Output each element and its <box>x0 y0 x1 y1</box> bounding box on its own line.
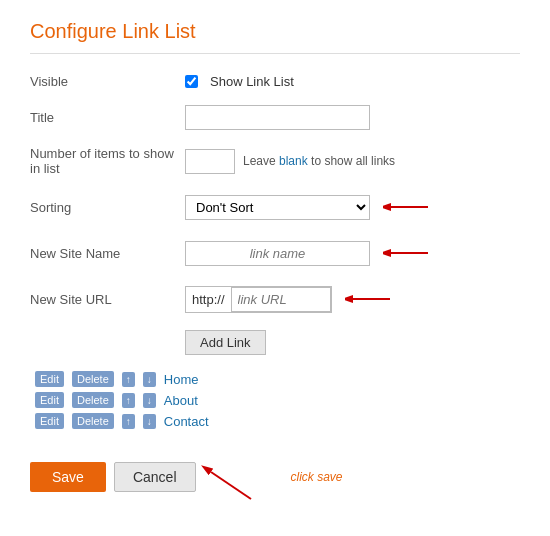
new-site-url-control: http:// <box>185 284 520 314</box>
add-link-button[interactable]: Add Link <box>185 330 266 355</box>
title-input[interactable] <box>185 105 370 130</box>
leave-blank-text: Leave blank to show all links <box>243 154 395 168</box>
show-link-list-label: Show Link List <box>210 74 294 89</box>
new-site-name-row: New Site Name <box>30 238 520 268</box>
list-item: Edit Delete ↑ ↓ About <box>35 392 520 408</box>
sort-arrow-annotation <box>383 192 433 222</box>
down-home-button[interactable]: ↓ <box>143 372 156 387</box>
visible-label: Visible <box>30 74 185 89</box>
svg-line-7 <box>211 472 251 499</box>
site-url-arrow-annotation <box>345 284 395 314</box>
num-items-row: Number of items to show in list Leave bl… <box>30 146 520 176</box>
contact-link[interactable]: Contact <box>164 414 209 429</box>
list-item: Edit Delete ↑ ↓ Contact <box>35 413 520 429</box>
num-items-label: Number of items to show in list <box>30 146 185 176</box>
about-link[interactable]: About <box>164 393 198 408</box>
up-contact-button[interactable]: ↑ <box>122 414 135 429</box>
click-save-annotation: click save <box>291 470 343 484</box>
sorting-select[interactable]: Don't Sort A-Z Z-A <box>185 195 370 220</box>
link-list: Edit Delete ↑ ↓ Home Edit Delete ↑ ↓ Abo… <box>35 371 520 429</box>
title-label: Title <box>30 110 185 125</box>
up-about-button[interactable]: ↑ <box>122 393 135 408</box>
visible-control: Show Link List <box>185 74 520 89</box>
edit-about-button[interactable]: Edit <box>35 392 64 408</box>
url-combined-field: http:// <box>185 286 332 313</box>
show-link-list-checkbox[interactable] <box>185 75 198 88</box>
new-site-name-input[interactable] <box>185 241 370 266</box>
delete-contact-button[interactable]: Delete <box>72 413 114 429</box>
num-items-control: Leave blank to show all links <box>185 149 520 174</box>
new-site-name-label: New Site Name <box>30 246 185 261</box>
edit-home-button[interactable]: Edit <box>35 371 64 387</box>
bottom-section: Save Cancel click save <box>30 449 520 504</box>
sorting-label: Sorting <box>30 200 185 215</box>
url-prefix: http:// <box>186 288 231 311</box>
title-control <box>185 105 520 130</box>
delete-home-button[interactable]: Delete <box>72 371 114 387</box>
down-contact-button[interactable]: ↓ <box>143 414 156 429</box>
new-site-url-row: New Site URL http:// <box>30 284 520 314</box>
save-button[interactable]: Save <box>30 462 106 492</box>
save-arrow-annotation <box>201 464 261 504</box>
list-item: Edit Delete ↑ ↓ Home <box>35 371 520 387</box>
page-title: Configure Link List <box>30 20 520 54</box>
sorting-control: Don't Sort A-Z Z-A <box>185 192 520 222</box>
home-link[interactable]: Home <box>164 372 199 387</box>
num-items-input[interactable] <box>185 149 235 174</box>
cancel-button[interactable]: Cancel <box>114 462 196 492</box>
visible-row: Visible Show Link List <box>30 74 520 89</box>
up-home-button[interactable]: ↑ <box>122 372 135 387</box>
new-site-url-label: New Site URL <box>30 292 185 307</box>
down-about-button[interactable]: ↓ <box>143 393 156 408</box>
title-row: Title <box>30 105 520 130</box>
new-site-name-control <box>185 238 520 268</box>
sorting-row: Sorting Don't Sort A-Z Z-A <box>30 192 520 222</box>
delete-about-button[interactable]: Delete <box>72 392 114 408</box>
site-name-arrow-annotation <box>383 238 433 268</box>
new-site-url-input[interactable] <box>231 287 331 312</box>
edit-contact-button[interactable]: Edit <box>35 413 64 429</box>
